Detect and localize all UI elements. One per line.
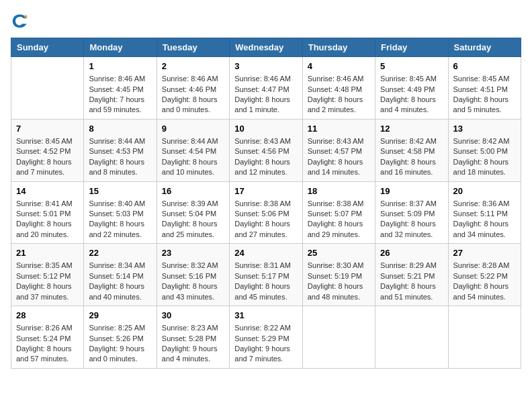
calendar-cell — [448, 306, 521, 369]
calendar-cell: 8Sunrise: 8:44 AM Sunset: 4:53 PM Daylig… — [84, 119, 157, 181]
calendar-cell: 4Sunrise: 8:46 AM Sunset: 4:48 PM Daylig… — [302, 57, 375, 120]
day-number: 18 — [308, 185, 370, 197]
calendar-week-row: 1Sunrise: 8:46 AM Sunset: 4:45 PM Daylig… — [11, 57, 521, 120]
calendar-week-row: 21Sunrise: 8:35 AM Sunset: 5:12 PM Dayli… — [11, 244, 521, 306]
calendar-cell: 23Sunrise: 8:32 AM Sunset: 5:16 PM Dayli… — [157, 244, 229, 306]
day-detail: Sunrise: 8:44 AM Sunset: 4:54 PM Dayligh… — [162, 137, 218, 176]
day-number: 29 — [89, 310, 151, 322]
day-detail: Sunrise: 8:31 AM Sunset: 5:17 PM Dayligh… — [234, 261, 291, 300]
day-detail: Sunrise: 8:37 AM Sunset: 5:09 PM Dayligh… — [380, 199, 437, 238]
calendar-cell: 16Sunrise: 8:39 AM Sunset: 5:04 PM Dayli… — [157, 181, 229, 244]
day-detail: Sunrise: 8:45 AM Sunset: 4:51 PM Dayligh… — [453, 75, 510, 113]
day-number: 13 — [453, 123, 516, 135]
day-detail: Sunrise: 8:36 AM Sunset: 5:11 PM Dayligh… — [453, 199, 510, 238]
day-number: 7 — [16, 123, 79, 135]
column-header-thursday: Thursday — [302, 38, 375, 57]
column-header-friday: Friday — [375, 38, 448, 57]
calendar-cell: 12Sunrise: 8:42 AM Sunset: 4:58 PM Dayli… — [375, 119, 448, 181]
day-number: 12 — [380, 123, 443, 135]
day-number: 26 — [380, 247, 443, 259]
calendar-cell: 22Sunrise: 8:34 AM Sunset: 5:14 PM Dayli… — [84, 244, 157, 306]
day-detail: Sunrise: 8:40 AM Sunset: 5:03 PM Dayligh… — [89, 199, 145, 238]
calendar-cell: 2Sunrise: 8:46 AM Sunset: 4:46 PM Daylig… — [157, 57, 229, 120]
day-detail: Sunrise: 8:38 AM Sunset: 5:06 PM Dayligh… — [234, 199, 291, 238]
day-number: 22 — [89, 247, 151, 259]
calendar-cell: 11Sunrise: 8:43 AM Sunset: 4:57 PM Dayli… — [302, 119, 375, 181]
calendar-cell: 5Sunrise: 8:45 AM Sunset: 4:49 PM Daylig… — [375, 57, 448, 120]
calendar-cell — [11, 57, 84, 120]
day-number: 5 — [380, 60, 443, 73]
day-number: 23 — [162, 247, 224, 259]
calendar-cell: 26Sunrise: 8:29 AM Sunset: 5:21 PM Dayli… — [375, 244, 448, 306]
calendar-cell: 13Sunrise: 8:42 AM Sunset: 5:00 PM Dayli… — [448, 119, 521, 181]
day-number: 10 — [234, 123, 297, 135]
day-number: 28 — [16, 310, 79, 322]
day-detail: Sunrise: 8:44 AM Sunset: 4:53 PM Dayligh… — [89, 137, 145, 176]
column-header-wednesday: Wednesday — [230, 38, 302, 57]
column-header-tuesday: Tuesday — [157, 38, 229, 57]
calendar-week-row: 28Sunrise: 8:26 AM Sunset: 5:24 PM Dayli… — [11, 306, 521, 369]
day-detail: Sunrise: 8:43 AM Sunset: 4:57 PM Dayligh… — [308, 137, 364, 176]
page-header — [11, 11, 521, 30]
calendar-cell: 14Sunrise: 8:41 AM Sunset: 5:01 PM Dayli… — [11, 181, 84, 244]
day-number: 27 — [453, 247, 516, 259]
day-number: 15 — [89, 185, 151, 197]
day-detail: Sunrise: 8:42 AM Sunset: 5:00 PM Dayligh… — [453, 137, 510, 176]
calendar-cell: 20Sunrise: 8:36 AM Sunset: 5:11 PM Dayli… — [448, 181, 521, 244]
calendar-cell: 7Sunrise: 8:45 AM Sunset: 4:52 PM Daylig… — [11, 119, 84, 181]
day-detail: Sunrise: 8:26 AM Sunset: 5:24 PM Dayligh… — [16, 324, 73, 363]
calendar-cell: 24Sunrise: 8:31 AM Sunset: 5:17 PM Dayli… — [230, 244, 302, 306]
day-detail: Sunrise: 8:38 AM Sunset: 5:07 PM Dayligh… — [308, 199, 364, 238]
calendar-cell — [302, 306, 375, 369]
logo-icon — [11, 11, 30, 30]
day-number: 24 — [234, 247, 297, 259]
day-number: 16 — [162, 185, 224, 197]
calendar-week-row: 7Sunrise: 8:45 AM Sunset: 4:52 PM Daylig… — [11, 119, 521, 181]
calendar-cell: 3Sunrise: 8:46 AM Sunset: 4:47 PM Daylig… — [230, 57, 302, 120]
column-header-sunday: Sunday — [11, 38, 84, 57]
calendar-cell — [375, 306, 448, 369]
day-number: 1 — [89, 60, 151, 73]
calendar-cell: 27Sunrise: 8:28 AM Sunset: 5:22 PM Dayli… — [448, 244, 521, 306]
calendar-cell: 21Sunrise: 8:35 AM Sunset: 5:12 PM Dayli… — [11, 244, 84, 306]
calendar-cell: 31Sunrise: 8:22 AM Sunset: 5:29 PM Dayli… — [230, 306, 302, 369]
calendar-week-row: 14Sunrise: 8:41 AM Sunset: 5:01 PM Dayli… — [11, 181, 521, 244]
day-detail: Sunrise: 8:46 AM Sunset: 4:46 PM Dayligh… — [162, 75, 218, 113]
calendar-cell: 6Sunrise: 8:45 AM Sunset: 4:51 PM Daylig… — [448, 57, 521, 120]
calendar-cell: 29Sunrise: 8:25 AM Sunset: 5:26 PM Dayli… — [84, 306, 157, 369]
day-detail: Sunrise: 8:29 AM Sunset: 5:21 PM Dayligh… — [380, 261, 437, 300]
day-number: 25 — [308, 247, 370, 259]
column-header-saturday: Saturday — [448, 38, 521, 57]
calendar-cell: 10Sunrise: 8:43 AM Sunset: 4:56 PM Dayli… — [230, 119, 302, 181]
day-detail: Sunrise: 8:30 AM Sunset: 5:19 PM Dayligh… — [308, 261, 364, 300]
day-detail: Sunrise: 8:46 AM Sunset: 4:48 PM Dayligh… — [308, 75, 364, 113]
calendar-header-row: SundayMondayTuesdayWednesdayThursdayFrid… — [11, 38, 521, 57]
day-number: 30 — [162, 310, 224, 322]
day-number: 19 — [380, 185, 443, 197]
day-detail: Sunrise: 8:41 AM Sunset: 5:01 PM Dayligh… — [16, 199, 73, 238]
calendar-table: SundayMondayTuesdayWednesdayThursdayFrid… — [11, 38, 521, 369]
day-detail: Sunrise: 8:42 AM Sunset: 4:58 PM Dayligh… — [380, 137, 437, 176]
column-header-monday: Monday — [84, 38, 157, 57]
day-number: 9 — [162, 123, 224, 135]
day-number: 14 — [16, 185, 79, 197]
calendar-cell: 30Sunrise: 8:23 AM Sunset: 5:28 PM Dayli… — [157, 306, 229, 369]
logo — [11, 11, 32, 30]
calendar-cell: 28Sunrise: 8:26 AM Sunset: 5:24 PM Dayli… — [11, 306, 84, 369]
day-detail: Sunrise: 8:39 AM Sunset: 5:04 PM Dayligh… — [162, 199, 218, 238]
day-number: 8 — [89, 123, 151, 135]
day-number: 21 — [16, 247, 79, 259]
calendar-cell: 18Sunrise: 8:38 AM Sunset: 5:07 PM Dayli… — [302, 181, 375, 244]
day-detail: Sunrise: 8:46 AM Sunset: 4:47 PM Dayligh… — [234, 75, 291, 113]
day-detail: Sunrise: 8:23 AM Sunset: 5:28 PM Dayligh… — [162, 324, 218, 363]
day-detail: Sunrise: 8:22 AM Sunset: 5:29 PM Dayligh… — [234, 324, 291, 363]
calendar-cell: 25Sunrise: 8:30 AM Sunset: 5:19 PM Dayli… — [302, 244, 375, 306]
day-detail: Sunrise: 8:46 AM Sunset: 4:45 PM Dayligh… — [89, 75, 145, 113]
calendar-cell: 9Sunrise: 8:44 AM Sunset: 4:54 PM Daylig… — [157, 119, 229, 181]
day-detail: Sunrise: 8:45 AM Sunset: 4:49 PM Dayligh… — [380, 75, 437, 113]
day-number: 17 — [234, 185, 297, 197]
day-detail: Sunrise: 8:34 AM Sunset: 5:14 PM Dayligh… — [89, 261, 145, 300]
calendar-cell: 15Sunrise: 8:40 AM Sunset: 5:03 PM Dayli… — [84, 181, 157, 244]
day-number: 4 — [308, 60, 370, 73]
day-number: 6 — [453, 60, 516, 73]
